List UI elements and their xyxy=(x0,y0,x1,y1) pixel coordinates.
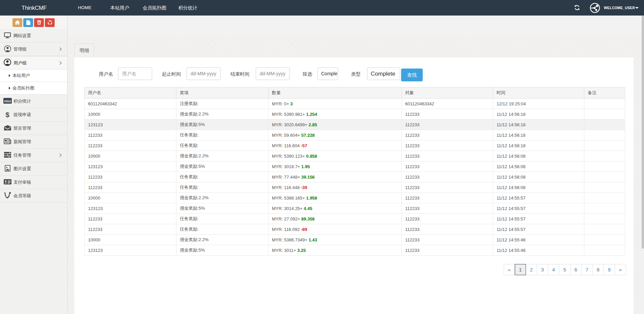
svg-text:VISA: VISA xyxy=(4,99,11,103)
